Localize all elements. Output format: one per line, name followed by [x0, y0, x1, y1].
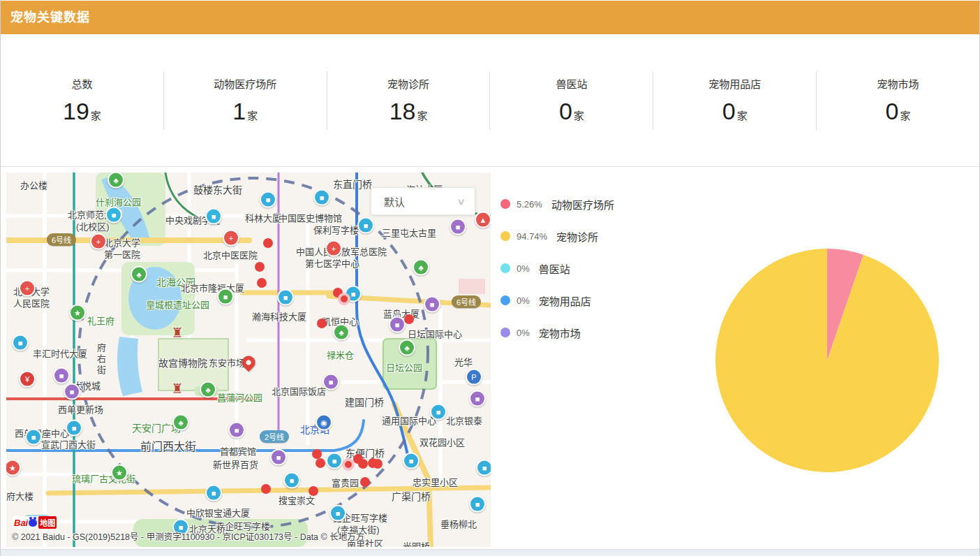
baidu-paw-icon — [29, 519, 37, 527]
store-marker[interactable] — [257, 278, 267, 288]
store-marker[interactable] — [360, 477, 370, 487]
store-marker[interactable] — [315, 458, 325, 468]
store-marker[interactable] — [317, 319, 327, 328]
map-style-dropdown[interactable]: 默认 ∨ — [371, 187, 475, 215]
stat-value: 0家 — [817, 98, 979, 125]
store-marker[interactable] — [358, 459, 368, 469]
page-header: 宠物关键数据 — [1, 1, 979, 34]
legend-percent: 0% — [517, 328, 530, 338]
stat-unit: 家 — [91, 108, 101, 122]
stat-number: 0 — [722, 98, 736, 125]
store-marker[interactable] — [309, 486, 318, 496]
stat-number: 0 — [559, 98, 572, 125]
stat-col-1: 动物医疗场所1家 — [164, 71, 327, 130]
page-title: 宠物关键数据 — [1, 1, 979, 34]
legend-label: 宠物诊所 — [556, 229, 598, 244]
stat-label: 宠物诊所 — [327, 76, 490, 91]
store-marker[interactable] — [343, 460, 353, 469]
baidu-map[interactable]: 办公楼鼓楼东大街东直门桥海油大厦什刹海公园北京师范大学(北校区)中央戏剧学院科林… — [6, 173, 491, 547]
legend-item-3[interactable]: 0%宠物用品店 — [500, 284, 614, 316]
bottom-scrollbar-strip[interactable] — [1, 549, 979, 556]
chevron-down-icon: ∨ — [457, 196, 466, 207]
stat-label: 动物医疗场所 — [164, 76, 327, 91]
stat-col-4: 宠物用品店0家 — [653, 71, 817, 130]
pie-legend: 5.26%动物医疗场所94.74%宠物诊所0%兽医站0%宠物用品店0%宠物市场 — [500, 188, 614, 349]
store-marker[interactable] — [263, 238, 273, 248]
metro-line-badge: 2号线 — [260, 430, 289, 443]
stat-unit: 家 — [417, 108, 427, 122]
legend-item-2[interactable]: 0%兽医站 — [500, 252, 614, 284]
store-marker[interactable] — [312, 449, 322, 459]
legend-dot-icon — [500, 199, 510, 209]
store-marker[interactable] — [373, 459, 383, 469]
stat-label: 兽医站 — [490, 76, 653, 91]
store-marker[interactable] — [255, 262, 265, 272]
key-stats-row: 总数19家动物医疗场所1家宠物诊所18家兽医站0家宠物用品店0家宠物市场0家 — [1, 34, 979, 167]
stat-value: 1家 — [164, 98, 327, 125]
stat-label: 宠物用品店 — [653, 76, 816, 91]
stat-col-5: 宠物市场0家 — [817, 71, 979, 130]
stat-number: 19 — [63, 98, 89, 125]
stat-value: 0家 — [490, 98, 653, 125]
legend-label: 兽医站 — [539, 261, 570, 276]
baidu-logo-text: Bai — [14, 518, 28, 528]
store-marker[interactable] — [261, 484, 271, 494]
stat-number: 0 — [886, 98, 899, 125]
pie-slice-1[interactable] — [715, 249, 939, 472]
stat-unit: 家 — [737, 108, 748, 122]
map-copyright: © 2021 Baidu - GS(2019)5218号 - 甲测资字11009… — [12, 529, 364, 543]
baidu-map-logo[interactable]: Bai 地图 — [12, 516, 59, 529]
store-marker[interactable] — [339, 294, 349, 304]
legend-label: 宠物市场 — [539, 325, 581, 340]
map-style-dropdown-value: 默认 — [384, 194, 405, 209]
baidu-map-label: 地图 — [38, 516, 57, 529]
legend-percent: 5.26% — [517, 199, 542, 210]
stat-unit: 家 — [900, 108, 911, 122]
stat-col-0: 总数19家 — [1, 71, 164, 130]
legend-item-0[interactable]: 5.26%动物医疗场所 — [500, 188, 614, 220]
stat-label: 宠物市场 — [817, 76, 979, 91]
stat-value: 18家 — [327, 98, 490, 125]
stat-unit: 家 — [574, 108, 584, 122]
stat-col-2: 宠物诊所18家 — [327, 71, 491, 130]
legend-dot-icon — [500, 295, 510, 305]
legend-item-4[interactable]: 0%宠物市场 — [500, 316, 614, 349]
legend-percent: 94.74% — [517, 231, 547, 242]
stat-value: 0家 — [653, 98, 816, 125]
stat-number: 1 — [232, 98, 246, 125]
stat-value: 19家 — [1, 98, 163, 125]
metro-line-badge: 6号线 — [452, 295, 481, 308]
legend-label: 动物医疗场所 — [551, 197, 614, 212]
legend-dot-icon — [500, 328, 510, 337]
legend-dot-icon — [500, 231, 510, 241]
metro-line-badge: 6号线 — [47, 233, 76, 246]
map-attribution: Bai 地图 © 2021 Baidu - GS(2019)5218号 - 甲测… — [12, 516, 364, 543]
legend-percent: 0% — [517, 295, 530, 306]
pie-chart — [713, 246, 942, 475]
legend-label: 宠物用品店 — [539, 293, 591, 308]
stat-number: 18 — [389, 98, 416, 125]
stat-label: 总数 — [1, 76, 163, 91]
stat-col-3: 兽医站0家 — [490, 71, 653, 130]
legend-item-1[interactable]: 94.74%宠物诊所 — [500, 220, 614, 252]
store-marker[interactable] — [404, 314, 414, 324]
stat-unit: 家 — [247, 108, 258, 122]
legend-dot-icon — [500, 263, 510, 273]
legend-percent: 0% — [517, 263, 530, 274]
